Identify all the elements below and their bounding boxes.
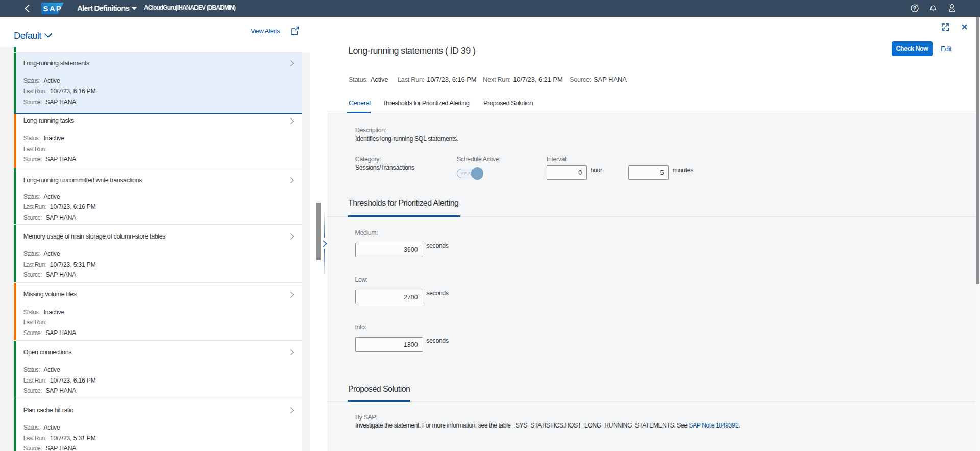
svg-text:?: ?: [913, 5, 917, 11]
svg-text:SAP: SAP: [43, 4, 62, 13]
